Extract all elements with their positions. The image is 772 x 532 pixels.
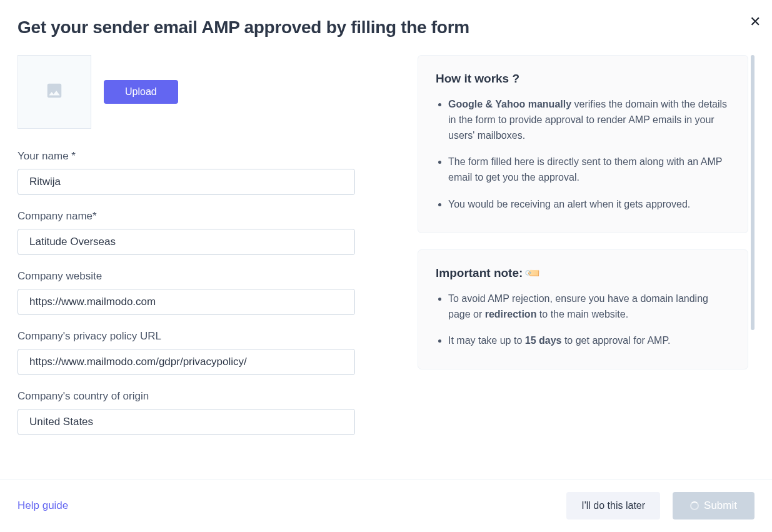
company-website-input[interactable] [18,289,355,315]
image-placeholder [18,55,91,129]
do-later-button[interactable]: I'll do this later [566,492,660,519]
submit-button[interactable]: Submit [673,492,754,519]
your-name-label: Your name * [18,150,355,163]
spinner-icon [690,501,699,510]
company-website-label: Company website [18,270,355,283]
list-item: The form filled here is directly sent to… [448,154,730,186]
country-input[interactable] [18,409,355,435]
company-name-input[interactable] [18,229,355,255]
image-icon [45,81,64,103]
company-name-label: Company name* [18,210,355,223]
important-note-title: Important note:🏷️ [436,266,730,280]
list-item: Google & Yahoo manually verifies the dom… [448,97,730,143]
your-name-input[interactable] [18,169,355,195]
footer: Help guide I'll do this later Submit [0,479,772,532]
info-column: How it works ? Google & Yahoo manually v… [418,55,754,469]
privacy-url-input[interactable] [18,349,355,375]
close-icon[interactable]: ✕ [749,15,761,29]
page-title: Get your sender email AMP approved by fi… [18,18,754,38]
list-item: It may take up to 15 days to get approva… [448,333,730,349]
list-item: You would be receiving an alert when it … [448,197,730,213]
how-it-works-title: How it works ? [436,72,730,86]
upload-button[interactable]: Upload [104,80,178,104]
list-item: To avoid AMP rejection, ensure you have … [448,291,730,323]
privacy-url-label: Company's privacy policy URL [18,330,355,343]
scrollbar[interactable] [751,55,754,330]
how-it-works-panel: How it works ? Google & Yahoo manually v… [418,55,748,233]
rocket-icon: 🏷️ [524,263,543,283]
help-guide-link[interactable]: Help guide [18,499,68,512]
form-column: Upload Your name * Company name* Company… [18,55,355,469]
svg-point-0 [50,86,53,89]
important-note-panel: Important note:🏷️ To avoid AMP rejection… [418,249,748,369]
country-label: Company's country of origin [18,390,355,403]
